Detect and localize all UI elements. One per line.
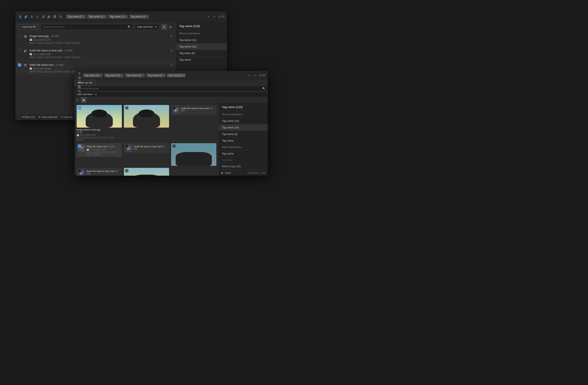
file-3-size: (15 MB) xyxy=(56,64,64,66)
all-files-checkbox[interactable] xyxy=(18,116,21,119)
tag-chip-4[interactable]: Tag name (2) × xyxy=(129,15,149,19)
file-item-1[interactable]: 🖼 Image name.jpg (15 MB) 📅 25.12.2020 15… xyxy=(15,32,176,46)
user-icon[interactable]: 👤 xyxy=(18,14,22,19)
dog-head-1 xyxy=(91,109,107,118)
tag-chip-2-close[interactable]: × xyxy=(104,16,105,18)
file-2-checkbox[interactable] xyxy=(18,49,21,52)
attachment-icon[interactable]: 📎 xyxy=(58,14,63,19)
front-chip-1-label: Tag name (2) xyxy=(84,74,99,77)
dog-body-8 xyxy=(130,175,164,176)
file-2-date-text: 25.12.2020 15:30 xyxy=(33,53,51,55)
front-chip-4[interactable]: Tag name (2) × xyxy=(146,73,166,77)
grid-cell-6-checkbox[interactable] xyxy=(172,144,176,148)
front-chip-2-close[interactable]: × xyxy=(121,74,122,77)
front-tag-count-badge[interactable]: 🏷 13 xyxy=(259,74,265,77)
front-grid-view-button[interactable]: ⊞ xyxy=(81,97,86,103)
tag-chip-1-close[interactable]: × xyxy=(83,16,84,18)
hide-unselected-button[interactable]: Hide unselected ▴ xyxy=(219,144,268,150)
link-icon[interactable]: 🔗 xyxy=(24,14,28,19)
grid-cell-3[interactable]: 🔊 Audio file name is here.mp3 (15 MB) xyxy=(171,105,216,141)
file-3-checkbox[interactable] xyxy=(18,63,21,66)
grid-cell-1[interactable]: Image name is here.jpg 15 MB 📅 25.12.202… xyxy=(77,105,122,141)
tag-chip-1[interactable]: Tag name (2) × xyxy=(66,15,86,19)
tag-chip-3-close[interactable]: × xyxy=(125,16,126,18)
tag-icon: 🏷 xyxy=(219,15,221,18)
front-search-input[interactable]: Search by file name 🔍 xyxy=(75,86,268,91)
back-window-close[interactable]: × xyxy=(206,14,211,19)
front-chip-2[interactable]: Tag name (2) × xyxy=(104,73,124,77)
front-chip-1[interactable]: Tag name (2) × xyxy=(83,73,103,77)
file-3-delete[interactable]: 🗑 xyxy=(170,63,173,67)
grid-cell-7-name: Audio file name is here.mp3 (15 MB) xyxy=(86,169,121,175)
grid-cell-7[interactable]: 🔊 Audio file name is here.mp3 (15 MB) xyxy=(77,168,122,176)
front-sidebar-tag-15[interactable]: Tag name (15) xyxy=(219,124,268,131)
search-input-wrapper[interactable]: Search by file name 🔍 xyxy=(41,24,133,30)
tag-count-badge[interactable]: 🏷 13 xyxy=(219,15,225,18)
tag-chip-3[interactable]: Tag name (2) × xyxy=(108,15,128,19)
grid-cell-2-checkbox[interactable] xyxy=(125,106,128,109)
front-trash-icon[interactable]: 🗑 xyxy=(77,71,82,75)
add-tags-button[interactable]: 🏷 Add tag xyxy=(61,116,73,119)
sidebar-tag-12[interactable]: Tag name (12) xyxy=(176,37,227,43)
video-icon[interactable]: 🎬 xyxy=(52,14,57,19)
grid-cell-6[interactable] xyxy=(171,143,216,166)
grid-cell-5-checkbox[interactable] xyxy=(125,144,128,148)
front-chip-2-label: Tag name (2) xyxy=(105,74,120,77)
grid-cell-8[interactable] xyxy=(124,168,169,176)
sidebar-tag-name[interactable]: Tag name xyxy=(176,57,227,63)
show-unselected-button[interactable]: Show unselected ▾ xyxy=(176,30,227,37)
front-sidebar-tag-6[interactable]: Tag name (6) xyxy=(219,131,268,137)
tag-chip-2[interactable]: Tag name (2) × xyxy=(87,15,107,19)
sort-select[interactable]: Date and time ↑ ▾ xyxy=(135,24,159,30)
dog-head-2 xyxy=(139,109,154,118)
grid-cell-4[interactable]: 🎬 Video file name.mov (15 MB) 📅 25.12.20… xyxy=(77,143,122,166)
grid-view-button[interactable]: ⊞ xyxy=(168,24,173,30)
file-1-delete[interactable]: 🗑 xyxy=(170,34,173,38)
add-new-file-button[interactable]: + Add new file xyxy=(18,24,39,30)
front-image-icon[interactable]: 🖼 xyxy=(77,75,82,80)
image-icon[interactable]: 🖼 xyxy=(41,14,45,19)
show-selected-button[interactable]: 👁 Show selected xyxy=(38,116,58,119)
front-list-view-button[interactable]: ≡ xyxy=(75,97,80,103)
front-search-placeholder: Search by file name xyxy=(77,87,99,90)
toolbar-right: × ✏ 🏷 13 xyxy=(206,14,225,19)
list-view-button[interactable]: ≡ xyxy=(161,24,167,30)
trash-icon[interactable]: 🗑 xyxy=(29,14,34,19)
front-sort-select[interactable]: Date and time ↑ ▾ xyxy=(75,91,268,97)
trash-item[interactable]: 🗑 Trash 15.000 files, 5 GB xyxy=(219,170,268,176)
all-files-check[interactable]: All files (10) xyxy=(18,116,35,119)
sidebar-tag-15[interactable]: Tag name (15) xyxy=(176,43,227,50)
front-sidebar-tag-12[interactable]: Tag name (12) xyxy=(219,118,268,124)
front-chip-1-close[interactable]: × xyxy=(100,74,101,77)
file-1-date: 📅 25.12.2020 15:30 xyxy=(29,38,168,41)
grid-cell-4-checkbox[interactable] xyxy=(78,144,81,148)
front-sidebar-extra-tag-2[interactable]: Tag name xyxy=(219,157,268,163)
calendar-icon: 📅 xyxy=(29,38,32,41)
file-1-checkbox[interactable] xyxy=(18,35,21,38)
grid-cell-8-checkbox[interactable] xyxy=(125,169,128,172)
front-window-close[interactable]: × xyxy=(247,73,252,78)
front-sidebar-extra-tag-1[interactable]: Tag name xyxy=(219,150,268,157)
front-chip-3-close[interactable]: × xyxy=(142,74,143,77)
front-chip-3[interactable]: Tag name (2) × xyxy=(125,73,145,77)
audio-icon[interactable]: 🔊 xyxy=(47,14,51,19)
grid-cell-1-checkbox[interactable] xyxy=(78,106,81,109)
front-chip-4-close[interactable]: × xyxy=(163,74,164,77)
grid-cell-7-checkbox[interactable] xyxy=(78,169,81,172)
front-sidebar-tag-name[interactable]: Tag name xyxy=(219,137,268,144)
file-3-date: 📅 25.12.2020 15:30 xyxy=(29,67,168,70)
sidebar-tag-6[interactable]: Tag name (6) xyxy=(176,50,227,57)
grid-cell-2[interactable]: ··· xyxy=(124,105,169,141)
ellipsis-menu-2[interactable]: ··· xyxy=(167,128,169,131)
front-window-edit[interactable]: ✏ xyxy=(253,73,258,78)
file-2-delete[interactable]: 🗑 xyxy=(170,48,173,52)
grid-cell-5[interactable]: 🔊 Audio file name is here.mp3 (15 MB) xyxy=(124,143,169,166)
tag-chip-4-close[interactable]: × xyxy=(146,16,147,18)
front-chip-extra[interactable]: Tag name (2)... xyxy=(167,74,186,77)
front-show-unselected[interactable]: Show unselected ▾ xyxy=(219,111,268,118)
without-tags-item[interactable]: Without tags (25) xyxy=(219,163,268,170)
back-window-edit[interactable]: ✏ xyxy=(212,14,217,19)
list-icon[interactable]: ☰ xyxy=(35,14,40,19)
grid-cell-3-checkbox[interactable] xyxy=(172,106,176,109)
file-item-2[interactable]: 🔊 Audio file name is here.mp3 (15 MB) 📅 … xyxy=(15,46,176,61)
